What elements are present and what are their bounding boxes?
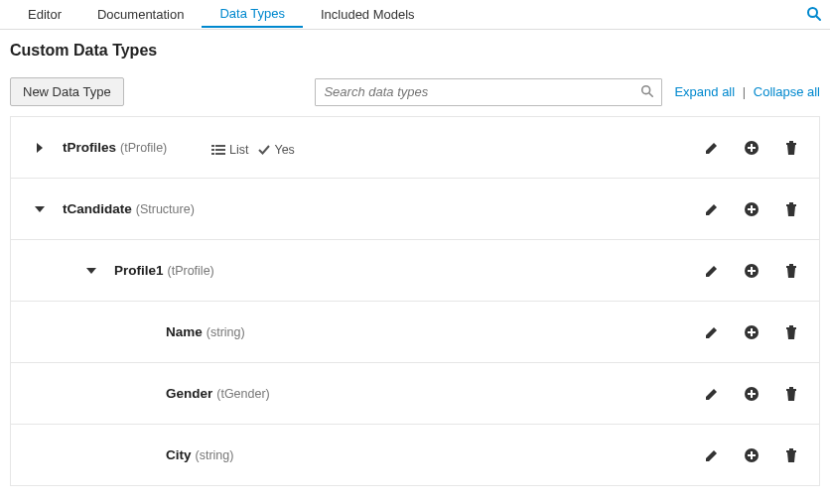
svg-rect-34 <box>789 387 793 389</box>
extra-yes-label: Yes <box>274 143 294 157</box>
svg-rect-18 <box>786 204 796 206</box>
chevron-down-icon[interactable] <box>35 204 63 214</box>
type-name: Name <box>166 324 203 339</box>
svg-rect-23 <box>786 266 796 268</box>
delete-icon[interactable] <box>783 140 799 156</box>
data-type-table: tProfiles (tProfile) List Yes <box>10 116 820 486</box>
data-type-row: Name (string) <box>11 302 819 363</box>
svg-rect-33 <box>786 389 796 391</box>
add-icon[interactable] <box>744 201 760 217</box>
svg-rect-19 <box>789 202 793 204</box>
search-icon[interactable] <box>640 84 654 98</box>
svg-rect-22 <box>748 270 756 272</box>
type-extras: List Yes <box>211 143 295 157</box>
row-actions <box>704 447 799 463</box>
delete-icon[interactable] <box>783 324 799 340</box>
svg-rect-7 <box>215 149 225 151</box>
top-nav: Editor Documentation Data Types Included… <box>0 0 830 30</box>
add-icon[interactable] <box>744 324 760 340</box>
add-icon[interactable] <box>744 263 760 279</box>
edit-icon[interactable] <box>704 201 720 217</box>
row-actions <box>704 140 799 156</box>
list-icon <box>211 144 225 156</box>
tab-editor[interactable]: Editor <box>10 2 79 27</box>
search-input[interactable] <box>315 78 662 106</box>
expand-collapse-group: Expand all | Collapse all <box>674 84 820 99</box>
svg-rect-4 <box>211 145 214 147</box>
type-name: tCandidate <box>63 201 132 216</box>
svg-rect-5 <box>215 145 225 147</box>
delete-icon[interactable] <box>783 201 799 217</box>
check-icon <box>258 144 270 156</box>
svg-rect-13 <box>786 143 796 145</box>
type-name: City <box>166 447 192 462</box>
type-paren: (string) <box>207 325 245 339</box>
svg-rect-14 <box>789 141 793 143</box>
toolbar: New Data Type Expand all | Collapse all <box>10 77 820 106</box>
global-search-icon[interactable] <box>806 6 822 22</box>
delete-icon[interactable] <box>783 447 799 463</box>
chevron-right-icon[interactable] <box>35 143 63 153</box>
add-icon[interactable] <box>744 447 760 463</box>
svg-point-2 <box>642 85 650 93</box>
data-type-row: Profile1 (tProfile) <box>11 240 819 302</box>
search-wrap <box>315 78 662 106</box>
delete-icon[interactable] <box>783 263 799 279</box>
edit-icon[interactable] <box>704 324 720 340</box>
expand-all-link[interactable]: Expand all <box>674 84 735 99</box>
tab-included-models[interactable]: Included Models <box>303 2 433 27</box>
type-name: Profile1 <box>114 263 164 278</box>
data-type-row: tCandidate (Structure) <box>11 179 819 240</box>
extra-list-label: List <box>229 143 248 157</box>
row-actions <box>704 201 799 217</box>
tab-data-types[interactable]: Data Types <box>202 1 303 28</box>
delete-icon[interactable] <box>783 386 799 402</box>
row-actions <box>704 263 799 279</box>
type-paren: (tGender) <box>216 387 270 401</box>
svg-line-1 <box>817 17 821 21</box>
edit-icon[interactable] <box>704 447 720 463</box>
svg-rect-12 <box>748 147 756 149</box>
svg-rect-32 <box>748 393 756 395</box>
svg-rect-28 <box>786 327 796 329</box>
type-paren: (tProfile) <box>168 264 214 278</box>
edit-icon[interactable] <box>704 263 720 279</box>
row-actions <box>704 386 799 402</box>
svg-rect-37 <box>748 454 756 456</box>
separator: | <box>743 84 746 99</box>
chevron-down-icon[interactable] <box>86 266 114 276</box>
tab-documentation[interactable]: Documentation <box>79 2 202 27</box>
svg-rect-29 <box>789 325 793 327</box>
svg-rect-8 <box>211 153 214 155</box>
data-type-row: Gender (tGender) <box>11 363 819 425</box>
svg-rect-24 <box>789 264 793 266</box>
collapse-all-link[interactable]: Collapse all <box>754 84 820 99</box>
add-icon[interactable] <box>744 386 760 402</box>
svg-rect-9 <box>215 153 225 155</box>
svg-rect-17 <box>748 208 756 210</box>
edit-icon[interactable] <box>704 386 720 402</box>
svg-line-3 <box>650 93 653 96</box>
page-title: Custom Data Types <box>10 42 820 60</box>
type-paren: (string) <box>196 448 234 462</box>
svg-rect-39 <box>789 448 793 450</box>
type-name: tProfiles <box>63 140 116 155</box>
row-actions <box>704 324 799 340</box>
type-paren: (Structure) <box>136 202 195 216</box>
data-type-row: City (string) <box>11 425 819 486</box>
svg-point-0 <box>808 8 817 17</box>
type-paren: (tProfile) <box>120 141 167 155</box>
svg-rect-6 <box>211 149 214 151</box>
add-icon[interactable] <box>744 140 760 156</box>
edit-icon[interactable] <box>704 140 720 156</box>
svg-rect-38 <box>786 450 796 452</box>
new-data-type-button[interactable]: New Data Type <box>10 77 124 106</box>
type-name: Gender <box>166 386 212 401</box>
data-type-row: tProfiles (tProfile) List Yes <box>11 117 819 179</box>
page-body: Custom Data Types New Data Type Expand a… <box>0 30 830 498</box>
svg-rect-27 <box>748 331 756 333</box>
